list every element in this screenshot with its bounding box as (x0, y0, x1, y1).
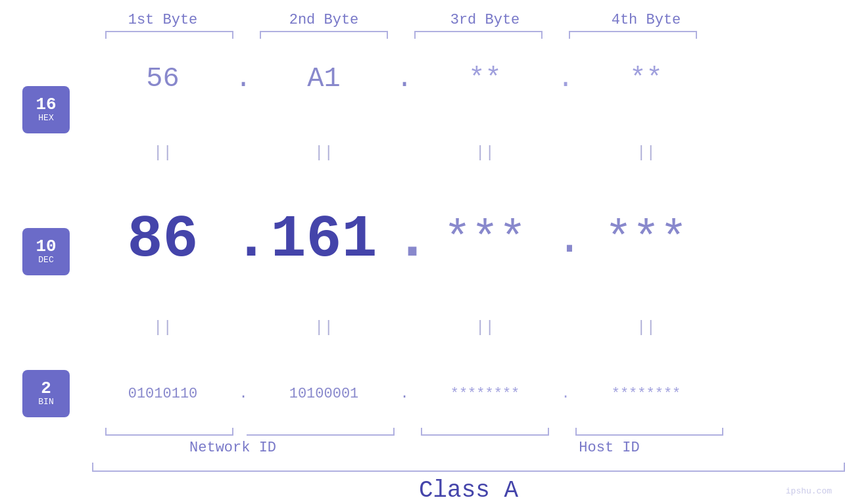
dec-dot3: . (556, 217, 575, 263)
bin-dot2: . (395, 386, 414, 402)
hex-row: 56 . A1 . ** . ** (92, 63, 845, 95)
hex-b2: A1 (253, 63, 395, 95)
bracket-byte2 (260, 31, 388, 39)
hex-badge: 16 HEX (22, 86, 70, 133)
eq1-b1: || (92, 144, 233, 162)
hex-dot1: . (233, 63, 253, 95)
bracket-byte3 (414, 31, 543, 39)
bottom-brackets (92, 428, 845, 436)
bottom-bracket-byte1 (105, 428, 233, 436)
bin-b1: 01010110 (92, 386, 233, 402)
class-bracket (92, 463, 845, 472)
id-labels: Network ID Host ID (92, 440, 845, 456)
bin-b2: 10100001 (253, 386, 395, 402)
bin-dot1: . (233, 386, 253, 402)
eq1-b4: || (575, 144, 717, 162)
dec-b1: 86 (92, 210, 233, 269)
byte-headers: 1st Byte 2nd Byte 3rd Byte 4th Byte (92, 12, 845, 28)
dec-dot1: . (233, 210, 253, 269)
data-section: 56 . A1 . ** . ** || || || || (92, 39, 845, 426)
dec-row: 86 . 161 . *** . *** (92, 210, 845, 269)
byte2-label: 2nd Byte (253, 12, 395, 28)
main-content: 16 HEX 10 DEC 2 BIN 56 . A1 . ** (0, 39, 845, 504)
dec-b3: *** (414, 217, 556, 263)
bottom-bracket-byte3 (421, 428, 549, 436)
eq1-b3: || (414, 144, 556, 162)
eq2-b3: || (414, 319, 556, 336)
bin-badge: 2 BIN (22, 370, 70, 417)
bracket-byte4 (569, 31, 697, 39)
byte4-label: 4th Byte (575, 12, 717, 28)
host-id-label: Host ID (374, 440, 845, 456)
network-id-label: Network ID (92, 440, 374, 456)
eq-row2: || || || || (92, 319, 845, 336)
eq2-b4: || (575, 319, 717, 336)
dec-dot2: . (395, 210, 414, 269)
class-label: Class A (92, 477, 845, 504)
hex-dot2: . (395, 63, 414, 95)
data-column: 56 . A1 . ** . ** || || || || (92, 39, 845, 504)
hex-b3: ** (414, 63, 556, 95)
eq2-b1: || (92, 319, 233, 336)
eq1-b2: || (253, 144, 395, 162)
dec-badge: 10 DEC (22, 228, 70, 275)
dec-b4: *** (575, 217, 717, 263)
bracket-byte1 (105, 31, 233, 39)
byte1-label: 1st Byte (92, 12, 233, 28)
bin-row: 01010110 . 10100001 . ******** . *******… (92, 386, 845, 402)
bottom-bracket-byte4 (575, 428, 723, 436)
hex-b4: ** (575, 63, 717, 95)
bottom-bracket-byte2 (247, 428, 395, 436)
hex-b1: 56 (92, 63, 233, 95)
badges-column: 16 HEX 10 DEC 2 BIN (0, 39, 92, 504)
bin-b4: ******** (575, 386, 717, 402)
byte3-label: 3rd Byte (414, 12, 556, 28)
main-layout: 1st Byte 2nd Byte 3rd Byte 4th Byte 16 H… (0, 0, 845, 504)
watermark: ipshu.com (786, 486, 832, 496)
eq-row1: || || || || (92, 144, 845, 162)
bin-dot3: . (556, 386, 575, 402)
top-brackets (92, 31, 845, 39)
eq2-b2: || (253, 319, 395, 336)
hex-dot3: . (556, 63, 575, 95)
bin-b3: ******** (414, 386, 556, 402)
dec-b2: 161 (253, 210, 395, 269)
